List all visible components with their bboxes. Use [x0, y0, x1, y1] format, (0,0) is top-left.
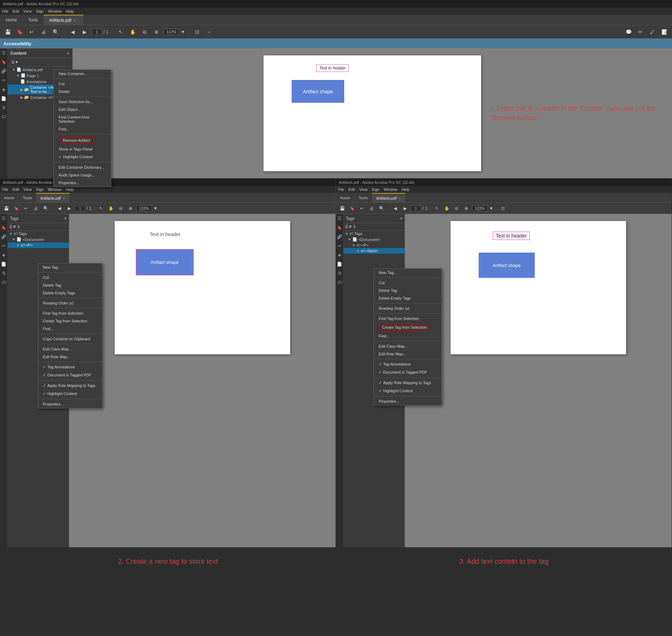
- br-tree-document[interactable]: ▼ 📄 <Document>: [344, 236, 405, 242]
- br-zoom-dd[interactable]: ▼: [489, 206, 493, 211]
- br-print-icon[interactable]: 🖨: [367, 204, 376, 213]
- bl-tags-opts[interactable]: ☰▼: [9, 225, 16, 229]
- br-tree-sect[interactable]: ▼ 🏷 <Sect>: [344, 248, 405, 254]
- bl-tags-close[interactable]: ×: [64, 216, 67, 221]
- ctx-delete[interactable]: Delete: [54, 88, 111, 95]
- ctx-find[interactable]: Find...: [54, 125, 111, 133]
- bl-bookmark-icon[interactable]: 🔖: [12, 204, 20, 213]
- br-ctx-edit-class[interactable]: Edit Class Map...: [374, 342, 441, 350]
- br-tree-tags[interactable]: ▼ 🏷 Tags: [344, 231, 405, 236]
- br-fit-page[interactable]: ⊡: [499, 204, 507, 213]
- br-ctx-new-tag[interactable]: New Tag...: [374, 269, 441, 276]
- sidebar-icon-2[interactable]: 🔖: [1, 59, 7, 65]
- bookmark-icon[interactable]: 🔖: [15, 27, 25, 37]
- br-menu-window[interactable]: Window: [384, 187, 397, 192]
- fit-width-icon[interactable]: ↔: [204, 27, 214, 37]
- br-side-6[interactable]: 📄: [337, 261, 343, 267]
- br-tab-close[interactable]: ×: [397, 196, 401, 200]
- bl-menu-sign[interactable]: Sign: [36, 187, 44, 192]
- fit-page-icon[interactable]: ⊡: [192, 27, 202, 37]
- bl-tab-file[interactable]: Artifacts.pdf ×: [36, 193, 69, 202]
- br-ctx-highlight[interactable]: ✓Highlight Content: [374, 387, 441, 395]
- bl-zoom-input[interactable]: [136, 205, 152, 212]
- sidebar-icon-6[interactable]: 📄: [1, 95, 7, 102]
- br-tags-close[interactable]: ×: [400, 216, 402, 221]
- bl-page-input[interactable]: [75, 205, 85, 212]
- bl-ctx-reading-order[interactable]: Reading Order (v): [38, 299, 102, 307]
- menu-window[interactable]: Window: [48, 9, 61, 13]
- br-zoom-out[interactable]: ⊖: [452, 204, 461, 213]
- bl-ctx-new-tag[interactable]: New Tag...: [38, 263, 102, 271]
- bl-ctx-copy-clipboard[interactable]: Copy Contents to Clipboard: [38, 335, 102, 343]
- bl-next-page[interactable]: ▶: [65, 204, 73, 213]
- bl-prev-page[interactable]: ◀: [55, 204, 64, 213]
- br-ctx-find[interactable]: Find...: [374, 332, 441, 340]
- br-tags-info[interactable]: ℹ: [354, 225, 355, 229]
- comment-icon[interactable]: 💬: [624, 27, 633, 37]
- bl-ctx-create-tag[interactable]: Create Tag from Selection: [38, 317, 102, 325]
- bl-search-icon[interactable]: 🔍: [41, 204, 50, 213]
- br-bookmark-icon[interactable]: 🔖: [348, 204, 356, 213]
- bl-select-tool[interactable]: ↖: [97, 204, 105, 213]
- zoom-input[interactable]: [164, 29, 179, 35]
- br-ctx-reading-order[interactable]: Reading Order (v): [374, 304, 441, 312]
- menu-file[interactable]: File: [2, 9, 8, 13]
- br-ctx-delete-empty[interactable]: Delete Empty Tags: [374, 294, 441, 302]
- br-menu-file[interactable]: File: [338, 187, 344, 192]
- br-tab-file[interactable]: Artifacts.pdf ×: [372, 193, 405, 202]
- bl-tab-close[interactable]: ×: [61, 196, 65, 200]
- br-ctx-create-tag[interactable]: Create Tag from Selection: [374, 322, 441, 332]
- bl-side-3[interactable]: 🔗: [1, 234, 7, 240]
- ctx-cut[interactable]: Cut: [54, 80, 111, 88]
- zoom-in-icon[interactable]: ⊕: [152, 27, 161, 37]
- br-ctx-delete-tag[interactable]: Delete Tag: [374, 287, 441, 294]
- bl-print-icon[interactable]: 🖨: [32, 204, 40, 213]
- br-side-2[interactable]: 🔖: [337, 225, 343, 231]
- bl-save-icon[interactable]: 💾: [2, 204, 11, 213]
- bl-hand-tool[interactable]: ✋: [107, 204, 115, 213]
- br-side-4[interactable]: ✏: [337, 243, 343, 249]
- br-prev-page[interactable]: ◀: [391, 204, 399, 213]
- ctx-save-selection[interactable]: Save Selection As...: [54, 98, 111, 106]
- br-next-page[interactable]: ▶: [401, 204, 409, 213]
- bl-side-5[interactable]: ◈: [1, 252, 7, 258]
- ctx-new-container[interactable]: New Container...: [54, 70, 111, 78]
- br-back-icon[interactable]: ↩: [358, 204, 366, 213]
- sidebar-icon-4[interactable]: ✏: [1, 77, 7, 83]
- br-menu-view[interactable]: View: [359, 187, 368, 192]
- tab-close-button[interactable]: ×: [71, 18, 78, 22]
- bl-side-4[interactable]: ✏: [1, 243, 7, 249]
- br-tab-home[interactable]: Home: [336, 193, 354, 202]
- bl-ctx-find[interactable]: Find...: [38, 325, 102, 333]
- sidebar-icon-1[interactable]: ☰: [1, 50, 7, 56]
- bl-side-7[interactable]: ⇅: [1, 270, 7, 276]
- bl-tags-info[interactable]: ℹ: [18, 225, 19, 229]
- br-tree-p[interactable]: ▼ 🏷 <P>: [344, 242, 405, 248]
- bl-side-1[interactable]: ☰: [1, 215, 7, 222]
- br-page-input[interactable]: [411, 205, 421, 212]
- menu-view[interactable]: View: [24, 9, 32, 13]
- br-side-3[interactable]: 🔗: [337, 234, 343, 240]
- back-icon[interactable]: ↩: [27, 27, 36, 37]
- tab-home[interactable]: Home: [0, 15, 22, 25]
- hand-tool-icon[interactable]: ✋: [128, 27, 138, 37]
- save-icon[interactable]: 💾: [3, 27, 13, 37]
- bl-ctx-highlight[interactable]: ✓Highlight Content: [38, 390, 102, 398]
- bl-ctx-tag-annotations[interactable]: ✓Tag Annotations: [38, 363, 102, 371]
- next-page-icon[interactable]: ▶: [80, 27, 89, 37]
- bl-side-2[interactable]: 🔖: [1, 225, 7, 231]
- bl-ctx-find-tag[interactable]: Find Tag from Selection: [38, 309, 102, 317]
- bl-zoom-out[interactable]: ⊖: [117, 204, 125, 213]
- bl-menu-edit[interactable]: Edit: [13, 187, 19, 192]
- bl-tree-document[interactable]: ▼ 📄 <Document>: [8, 236, 69, 242]
- tab-file[interactable]: Artifacts.pdf ×: [44, 15, 84, 25]
- br-search-icon[interactable]: 🔍: [377, 204, 386, 213]
- sidebar-icon-3[interactable]: 🔗: [1, 68, 7, 74]
- br-ctx-tag-annotations[interactable]: ✓Tag Annotations: [374, 360, 441, 368]
- bl-ctx-delete-empty[interactable]: Delete Empty Tags: [38, 289, 102, 297]
- ctx-find-content[interactable]: Find Content from Selection: [54, 113, 111, 125]
- tab-tools[interactable]: Tools: [22, 15, 44, 25]
- zoom-out-icon[interactable]: ⊖: [140, 27, 149, 37]
- pen-icon[interactable]: ✏: [636, 27, 645, 37]
- sidebar-icon-5[interactable]: ◈: [1, 86, 7, 93]
